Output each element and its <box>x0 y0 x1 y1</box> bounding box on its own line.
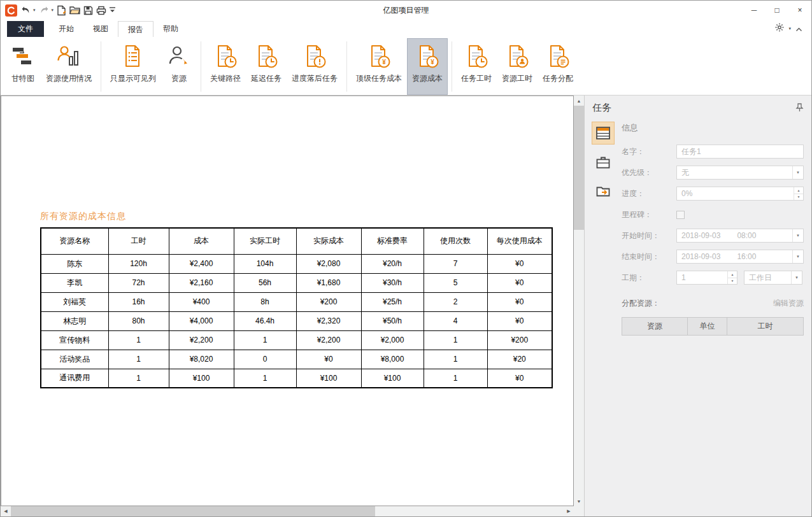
cost-table-body: 陈东120h¥2,400104h¥2,080¥20/h7¥0李凯72h¥2,16… <box>41 254 552 388</box>
ribbon-button-behind-schedule[interactable]: 进度落后任务 <box>287 39 342 94</box>
redo-caret-icon[interactable]: ▾ <box>52 8 54 13</box>
chevron-down-icon[interactable]: ▼ <box>792 250 803 263</box>
chevron-down-icon[interactable]: ▼ <box>792 166 803 179</box>
scroll-down-icon[interactable]: ▼ <box>574 496 584 506</box>
duration-spinner[interactable]: 1 ▲▼ <box>676 271 737 285</box>
ribbon-button-label: 资源 <box>171 73 187 84</box>
chevron-down-icon[interactable]: ▼ <box>791 271 802 284</box>
vertical-scroll-thumb[interactable] <box>574 106 584 230</box>
progress-spinner-buttons[interactable]: ▲▼ <box>794 187 803 200</box>
undo-caret-icon[interactable]: ▾ <box>33 8 36 13</box>
chevron-down-icon[interactable]: ▼ <box>792 229 803 242</box>
start-time-label: 开始时间： <box>622 230 676 241</box>
cost-table-cell: ¥100 <box>361 369 424 388</box>
scroll-up-icon[interactable]: ▲ <box>574 96 584 106</box>
minimize-button[interactable]: ─ <box>743 1 766 19</box>
spinner-up-icon[interactable]: ▲ <box>794 187 803 194</box>
spinner-up-icon[interactable]: ▲ <box>728 271 737 278</box>
tab-开始[interactable]: 开始 <box>49 21 83 37</box>
close-button[interactable]: × <box>788 1 811 19</box>
end-time-label: 结束时间： <box>622 251 676 262</box>
svg-text:¥: ¥ <box>431 59 434 66</box>
start-datetime-select[interactable]: 2018-09-03 08:00 ▼ <box>676 229 804 243</box>
resource-tab-button[interactable] <box>592 152 614 173</box>
task-info-tab-button[interactable] <box>592 122 614 144</box>
ribbon-button-resource[interactable]: 资源 <box>162 39 196 94</box>
resource-cost-icon: ¥ <box>415 43 440 69</box>
field-name: 名字： 任务1 <box>622 145 804 159</box>
edit-resources-link[interactable]: 编辑资源 <box>773 298 804 309</box>
undo-icon[interactable] <box>20 4 31 17</box>
cost-table-cell: 林志明 <box>41 311 108 330</box>
cost-table-header-cell: 工时 <box>108 228 169 254</box>
cost-table-head-row: 资源名称工时成本实际工时实际成本标准费率使用次数每次使用成本 <box>41 228 552 254</box>
name-value: 任务1 <box>681 146 701 157</box>
ribbon-button-resource-hours[interactable]: 资源工时 <box>497 39 537 94</box>
resource-table-header: 资源单位工时 <box>622 317 804 336</box>
settings-caret-icon[interactable]: ▾ <box>788 26 791 31</box>
drawing-canvas[interactable]: 所有资源的成本信息 资源名称工时成本实际工时实际成本标准费率使用次数每次使用成本… <box>1 96 574 506</box>
cost-table-row: 通讯费用1¥1001¥100¥1001¥0 <box>41 369 552 388</box>
cost-table-cell: 46.4h <box>234 311 296 330</box>
new-file-icon[interactable] <box>57 4 66 17</box>
cost-table-cell: 7 <box>424 254 487 273</box>
cost-table-header-cell: 每次使用成本 <box>487 228 552 254</box>
cost-table-cell: 李凯 <box>41 273 108 292</box>
ribbon-group: 任务工时资源工时任务分配 <box>454 38 580 95</box>
progress-spinner[interactable]: 0% ▲▼ <box>676 187 804 201</box>
ribbon-group-separator <box>101 41 101 92</box>
collapse-ribbon-icon[interactable] <box>795 23 802 34</box>
ribbon-button-gantt[interactable]: 甘特图 <box>6 39 40 94</box>
ribbon-button-label: 资源工时 <box>502 73 532 84</box>
resource-column-header[interactable]: 单位 <box>688 318 727 335</box>
resource-column-header[interactable]: 资源 <box>622 318 688 335</box>
scroll-left-icon[interactable]: ◀ <box>1 506 11 516</box>
duration-spinner-buttons[interactable]: ▲▼ <box>727 271 737 284</box>
customize-icon[interactable] <box>110 4 115 17</box>
ribbon-button-label: 资源使用情况 <box>46 73 92 84</box>
milestone-checkbox[interactable] <box>676 211 685 219</box>
cost-table-cell: 80h <box>108 311 169 330</box>
ribbon-button-delayed-tasks[interactable]: 延迟任务 <box>246 39 286 94</box>
ribbon-button-resource-cost[interactable]: ¥资源成本 <box>408 39 447 94</box>
cost-table-cell: 通讯费用 <box>41 369 108 388</box>
tab-视图[interactable]: 视图 <box>83 21 118 37</box>
cost-table-cell: 104h <box>234 254 296 273</box>
save-icon[interactable] <box>83 4 93 17</box>
app-logo-icon <box>5 4 17 17</box>
end-datetime-select[interactable]: 2018-09-03 16:00 ▼ <box>676 250 804 264</box>
ribbon-group-separator <box>201 41 201 92</box>
ribbon-button-resource-usage[interactable]: 资源使用情况 <box>41 39 96 94</box>
horizontal-scrollbar[interactable]: ◀ ▶ <box>1 506 574 516</box>
delayed-tasks-icon <box>253 43 279 69</box>
duration-unit-select[interactable]: 工作日 ▼ <box>744 271 802 285</box>
quick-access-toolbar: ▾▾ <box>1 4 115 17</box>
cost-table-cell: 0 <box>234 350 296 369</box>
maximize-button[interactable]: □ <box>766 1 788 19</box>
report-title: 所有资源的成本信息 <box>40 211 553 222</box>
resource-column-header[interactable]: 工时 <box>727 318 803 335</box>
spinner-down-icon[interactable]: ▼ <box>728 278 737 285</box>
cost-table-cell: 120h <box>108 254 169 273</box>
pin-icon[interactable] <box>795 103 804 112</box>
spinner-down-icon[interactable]: ▼ <box>794 194 803 201</box>
ribbon-button-label: 只显示可见列 <box>110 73 156 84</box>
vertical-scrollbar[interactable]: ▲ ▼ <box>574 96 584 506</box>
ribbon-button-task-assign[interactable]: 任务分配 <box>538 39 578 94</box>
priority-select[interactable]: 无 ▼ <box>676 166 804 180</box>
settings-gear-icon[interactable] <box>775 23 784 34</box>
open-file-icon[interactable] <box>69 4 80 17</box>
tab-file[interactable]: 文件 <box>7 21 44 37</box>
scroll-right-icon[interactable]: ▶ <box>564 506 574 516</box>
export-tab-button[interactable] <box>592 181 614 202</box>
tab-帮助[interactable]: 帮助 <box>153 21 188 37</box>
ribbon-button-top-task-cost[interactable]: ¥顶级任务成本 <box>352 39 406 94</box>
ribbon-button-critical-path[interactable]: 关键路径 <box>206 39 245 94</box>
redo-icon[interactable] <box>39 4 50 17</box>
name-input[interactable]: 任务1 <box>676 145 804 159</box>
print-icon[interactable] <box>96 4 106 17</box>
horizontal-scroll-thumb[interactable] <box>11 506 375 516</box>
tab-报告[interactable]: 报告 <box>118 21 153 37</box>
ribbon-button-task-hours[interactable]: 任务工时 <box>457 39 496 94</box>
ribbon-button-visible-columns[interactable]: 只显示可见列 <box>106 39 160 94</box>
